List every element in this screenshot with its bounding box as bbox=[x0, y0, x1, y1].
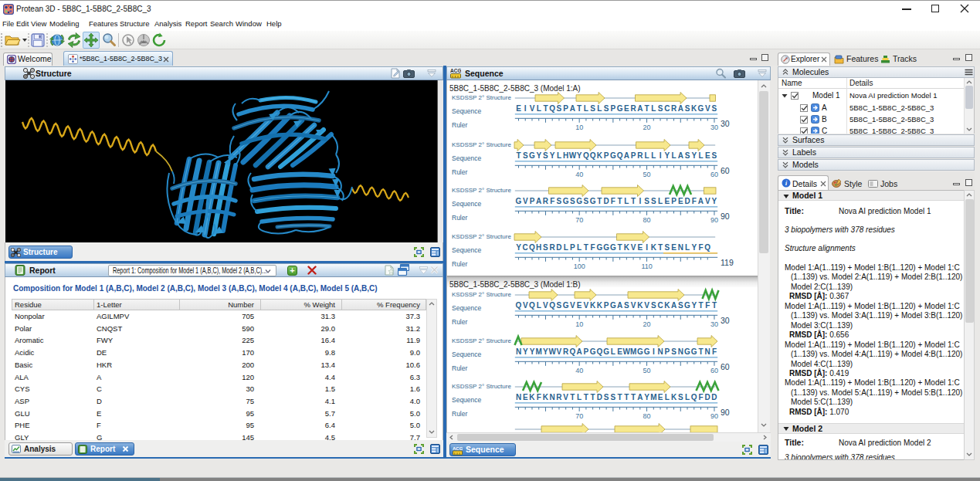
svg-text:119: 119 bbox=[721, 258, 734, 267]
svg-text:30: 30 bbox=[721, 316, 730, 325]
svg-text:ACG: ACG bbox=[453, 446, 463, 451]
svg-text:90: 90 bbox=[721, 212, 730, 221]
svg-text:10: 10 bbox=[575, 124, 583, 131]
svg-text:100: 100 bbox=[574, 263, 585, 270]
svg-text:30: 30 bbox=[710, 124, 718, 131]
svg-text:60: 60 bbox=[721, 166, 730, 175]
svg-text:110: 110 bbox=[641, 263, 652, 270]
svg-text:50: 50 bbox=[643, 171, 651, 178]
svg-text:90: 90 bbox=[710, 216, 718, 224]
svg-text:80: 80 bbox=[643, 216, 651, 224]
svg-text:30: 30 bbox=[710, 320, 718, 328]
svg-text:QVQLVQSGVEVKKPGASVKVSCKASGYTFT: QVQLVQSGVEVKKPGASVKVSCKASGYTFT bbox=[516, 300, 717, 309]
svg-text:YCQHSRDLPLTFGGGTKVEIKTSENLYFQ: YCQHSRDLPLTFGGGTKVEIKTSENLYFQ bbox=[516, 243, 710, 252]
svg-text:30: 30 bbox=[721, 119, 730, 128]
svg-text:40: 40 bbox=[575, 367, 583, 374]
svg-text:20: 20 bbox=[643, 320, 651, 328]
svg-text:90: 90 bbox=[721, 408, 730, 417]
svg-text:60: 60 bbox=[710, 367, 718, 374]
svg-text:NEKFKNRVTLTTDSSTTTAYMELKSLQFDD: NEKFKNRVTLTTDSSTTTAYMELKSLQFDD bbox=[516, 393, 717, 401]
svg-text:60: 60 bbox=[721, 362, 730, 371]
svg-text:10: 10 bbox=[575, 320, 583, 328]
svg-text:50: 50 bbox=[643, 367, 651, 374]
svg-text:ACG: ACG bbox=[450, 68, 461, 73]
svg-text:TSGYSYLHWYQQKPGQAPRLLIYLASYLES: TSGYSYLHWYQQKPGQAPRLLIYLASYLES bbox=[516, 151, 717, 159]
svg-text:EIVLTQSPATLSLSPGERATLSCRASKGVS: EIVLTQSPATLSLSPGERATLSCRASKGVS bbox=[516, 104, 717, 113]
svg-text:60: 60 bbox=[710, 171, 718, 178]
svg-text:40: 40 bbox=[575, 171, 583, 178]
svg-text:20: 20 bbox=[643, 124, 651, 131]
svg-text:GVPARFSGSGSGTDFTLTISSLEPEDFAVY: GVPARFSGSGSGTDFTLTISSLEPEDFAVY bbox=[516, 197, 717, 205]
svg-text:70: 70 bbox=[575, 216, 583, 224]
svg-text:NYYMYWVRQAPGQGLEWMGGINPSNGGTNF: NYYMYWVRQAPGQGLEWMGGINPSNGGTNF bbox=[516, 347, 717, 355]
